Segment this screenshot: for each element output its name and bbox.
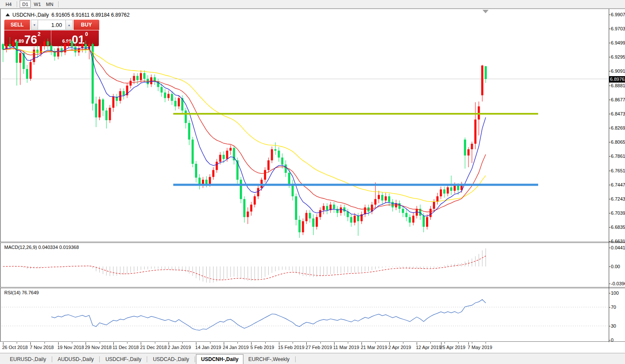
chart-tab-usdcnh[interactable]: USDCNH-,Daily xyxy=(196,354,243,364)
main-chart-canvas[interactable] xyxy=(0,9,609,242)
date-label: 12 Apr 2019 xyxy=(416,345,441,350)
tab-separator xyxy=(99,356,100,362)
price-scale-tick xyxy=(609,185,610,185)
date-minor-tick xyxy=(100,342,100,343)
chart-shift-marker-icon[interactable] xyxy=(483,10,489,13)
price-scale-label: 6.76510 xyxy=(611,168,625,174)
date-minor-tick xyxy=(458,342,459,343)
date-label: 11 Dec 2018 xyxy=(113,345,139,350)
chart-tab-audusd[interactable]: AUDUSD-,Daily xyxy=(53,355,99,364)
price-scale-tick xyxy=(609,29,610,29)
date-minor-tick xyxy=(72,342,72,343)
rsi-scale-tick xyxy=(609,340,610,340)
date-label: 11 Mar 2019 xyxy=(333,345,359,350)
tab-separator xyxy=(52,356,52,362)
macd-scale-tick xyxy=(609,266,610,267)
toolbar-separator xyxy=(17,1,17,7)
price-scale-label: 6.97030 xyxy=(611,26,625,32)
chart-tab-bar: EURUSD-,DailyAUDUSD-,DailyUSDCHF-,DailyU… xyxy=(0,353,625,364)
macd-scale-tick xyxy=(609,284,610,284)
timeframe-button-h4[interactable]: H4 xyxy=(3,0,14,8)
price-scale-tick xyxy=(609,86,610,86)
price-scale-label: 6.70390 xyxy=(611,210,625,216)
rsi-scale-tick xyxy=(609,293,610,293)
price-scale-tick xyxy=(609,142,610,142)
timeframe-button-w1[interactable]: W1 xyxy=(32,0,43,8)
date-label: 29 Nov 2018 xyxy=(85,345,111,350)
price-scale-tick xyxy=(609,71,610,71)
date-minor-tick xyxy=(403,342,403,343)
date-label: 21 Mar 2019 xyxy=(361,345,387,350)
price-scale-label: 6.82690 xyxy=(611,125,625,131)
date-label: 2 Apr 2019 xyxy=(388,345,411,350)
rsi-scale-label: 100 xyxy=(611,290,625,296)
price-scale-tick xyxy=(609,199,610,199)
price-axis-line xyxy=(609,9,609,342)
date-label: 19 Nov 2018 xyxy=(57,345,84,350)
rsi-scale-tick xyxy=(609,307,610,308)
date-label: 7 May 2019 xyxy=(468,345,492,350)
price-scale-label: 6.90910 xyxy=(611,68,625,74)
date-minor-tick xyxy=(486,342,486,343)
price-scale-label: 6.72430 xyxy=(611,196,625,202)
rsi-scale-tick xyxy=(609,326,610,326)
date-label: 14 Jan 2019 xyxy=(195,345,221,350)
date-minor-tick xyxy=(155,342,155,343)
date-minor-tick xyxy=(237,342,238,343)
date-label: 7 Nov 2018 xyxy=(30,345,53,350)
date-minor-tick xyxy=(44,342,45,343)
chart-tab-eurusd[interactable]: EURUSD-,Daily xyxy=(5,355,51,364)
rsi-label: RSI(14) 76.7649 xyxy=(4,290,39,296)
price-scale-tick xyxy=(609,156,610,157)
date-minor-tick xyxy=(210,342,210,343)
price-scale-label: 6.94990 xyxy=(611,40,625,46)
date-label: 5 Feb 2019 xyxy=(250,345,274,350)
price-scale-tick xyxy=(609,57,610,57)
chart-tab-usdcad[interactable]: USDCAD-,Daily xyxy=(148,355,194,364)
date-label: 25 Apr 2019 xyxy=(440,345,465,350)
date-axis[interactable]: 26 Oct 20187 Nov 201819 Nov 201829 Nov 2… xyxy=(0,342,625,353)
macd-scale-label: 0.044143 xyxy=(611,245,625,251)
price-scale-tick xyxy=(609,241,610,242)
rsi-indicator-canvas[interactable] xyxy=(0,288,609,341)
tab-separator xyxy=(147,356,147,362)
price-scale-tick xyxy=(609,227,610,228)
price-scale-label: 6.86770 xyxy=(611,97,625,103)
macd-scale-tick xyxy=(609,248,610,248)
date-label: 27 Feb 2019 xyxy=(305,345,332,350)
timeframe-toolbar: H4D1W1MN xyxy=(0,0,625,9)
chart-tab-usdchf[interactable]: USDCHF-,Daily xyxy=(101,355,146,364)
date-label: 26 Oct 2018 xyxy=(2,345,28,350)
chart-tab-eurchf[interactable]: EURCHF-,Weekly xyxy=(243,355,294,364)
date-minor-tick xyxy=(320,342,321,343)
tab-separator xyxy=(195,356,195,362)
macd-label: MACD(12,26,9) 0.040334 0.019368 xyxy=(4,245,79,250)
rsi-scale-label: 70 xyxy=(611,304,625,310)
price-scale-label: 6.66310 xyxy=(611,238,625,244)
date-minor-tick xyxy=(375,342,376,343)
date-minor-tick xyxy=(430,342,431,343)
price-scale-label: 6.68350 xyxy=(611,224,625,230)
date-label: 24 Jan 2019 xyxy=(223,345,249,350)
date-minor-tick xyxy=(293,342,293,343)
price-scale-label: 6.92950 xyxy=(611,54,625,60)
macd-scale-label: 0.00 xyxy=(611,263,625,269)
price-scale-label: 6.78610 xyxy=(611,153,625,159)
date-label: 2 Jan 2019 xyxy=(168,345,191,350)
date-minor-tick xyxy=(348,342,348,343)
price-scale-tick xyxy=(609,213,610,213)
tab-separator xyxy=(295,356,296,362)
date-minor-tick xyxy=(127,342,127,343)
macd-indicator-canvas[interactable] xyxy=(0,243,609,287)
macd-scale-label: -0.03964 xyxy=(611,281,625,287)
timeframe-button-mn[interactable]: MN xyxy=(44,0,56,8)
date-minor-tick xyxy=(182,342,183,343)
timeframe-button-d1[interactable]: D1 xyxy=(20,0,31,8)
price-scale-label: 6.74470 xyxy=(611,182,625,188)
date-minor-tick xyxy=(472,342,472,343)
price-scale-tick xyxy=(609,43,610,43)
price-scale-label: 6.80650 xyxy=(611,139,625,145)
price-scale-tick xyxy=(609,171,610,171)
chart-window: USDCNH-,Daily 6.91605 6.91611 6.89184 6.… xyxy=(0,9,625,364)
price-scale-label: 6.84730 xyxy=(611,111,625,117)
